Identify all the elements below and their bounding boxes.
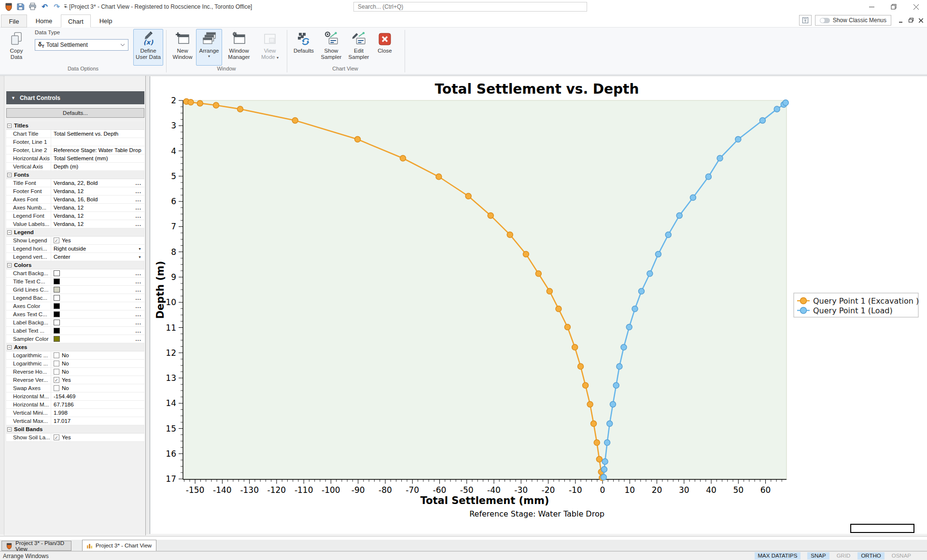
property-row-vertical-mini[interactable]: Vertical Mini...1.998 [6,409,144,417]
property-row-horizontal-axis[interactable]: Horizontal AxisTotal Settlement (mm) [6,154,144,163]
property-row-axes-text-c[interactable]: Axes Text C...... [6,310,144,319]
collapse-icon[interactable]: − [7,173,12,177]
color-swatch[interactable] [54,287,60,293]
collapse-icon[interactable]: − [7,263,12,267]
chart-canvas[interactable]: -150-140-130-120-110-100-90-80-70-60-50-… [150,76,921,532]
print-icon[interactable] [28,2,37,11]
color-swatch[interactable] [54,320,60,325]
status-toggle-max-datatips[interactable]: MAX DATATIPS [755,552,801,560]
property-row-axes-font[interactable]: Axes FontVerdana, 16, Bold... [6,196,144,204]
property-row-label-backg[interactable]: Label Backg...... [6,319,144,327]
section-header-colors[interactable]: −Colors [6,261,144,269]
close-chart-button[interactable]: Close [374,29,396,66]
search-input[interactable] [353,2,587,12]
dropdown-arrow-icon[interactable]: ▼ [138,247,141,251]
section-header-soil-bands[interactable]: −Soil Bands [6,425,144,434]
property-row-vertical-axis[interactable]: Vertical AxisDepth (m) [6,163,144,171]
collapse-icon[interactable]: − [7,124,12,128]
collapse-icon[interactable]: − [7,230,12,235]
ellipsis-button[interactable]: ... [135,311,141,317]
property-row-title-font[interactable]: Title FontVerdana, 22, Bold... [6,179,144,187]
property-row-horizontal-m[interactable]: Horizontal M...-154.469 [6,392,144,401]
tab-chart[interactable]: Chart [61,14,91,28]
status-toggle-ortho[interactable]: ORTHO [857,552,884,560]
property-row-logarithmic[interactable]: Logarithmic ...No [6,351,144,360]
checkbox[interactable]: ✓ [54,434,59,440]
property-row-reverse-ho[interactable]: Reverse Ho...No [6,368,144,376]
mdi-minimize-button[interactable] [897,16,905,25]
arrange-button[interactable]: Arrange ▾ [196,29,222,66]
color-swatch[interactable] [54,328,60,334]
copy-data-button[interactable]: Copy Data [4,29,29,66]
property-row-logarithmic[interactable]: Logarithmic ...No [6,360,144,368]
status-toggle-snap[interactable]: SNAP [807,552,829,560]
section-header-axes[interactable]: −Axes [6,343,144,351]
data-type-select[interactable]: δT Total Settlement [35,39,128,51]
property-row-footer-font[interactable]: Footer FontVerdana, 12... [6,187,144,196]
section-header-fonts[interactable]: −Fonts [6,171,144,179]
color-swatch[interactable] [54,303,60,309]
property-row-reverse-ver[interactable]: Reverse Ver...✓Yes [6,376,144,384]
ellipsis-button[interactable]: ... [135,180,141,186]
chart-legend[interactable]: Query Point 1 (Excavation )Query Point 1… [794,293,919,317]
property-row-vertical-max[interactable]: Vertical Max...17.017 [6,417,144,425]
panel-defaults-button[interactable]: Defaults... [6,108,144,118]
define-user-data-button[interactable]: (x) Define User Data [133,29,163,66]
property-row-axes-color[interactable]: Axes Color... [6,302,144,310]
save-icon[interactable] [16,2,25,11]
property-row-horizontal-m[interactable]: Horizontal M...67.7186 [6,401,144,409]
property-row-grid-lines-c[interactable]: Grid Lines C...... [6,286,144,294]
defaults-button[interactable]: Defaults [291,29,317,66]
tab-plan-3d-view[interactable]: Project 3* - Plan/3D View [1,541,71,551]
mdi-close-button[interactable] [917,16,925,25]
checkbox[interactable] [54,385,59,391]
window-manager-button[interactable]: Window Manager [224,29,254,66]
tab-help[interactable]: Help [93,14,119,28]
property-row-axes-numb[interactable]: Axes Numb...Verdana, 12... [6,204,144,212]
property-row-legend-bac[interactable]: Legend Bac...... [6,294,144,302]
checkbox[interactable]: ✓ [54,377,59,383]
undo-icon[interactable]: ↶ [40,2,49,11]
property-row-chart-backg[interactable]: Chart Backg...... [6,269,144,278]
edit-sampler-button[interactable]: Edit Sampler [346,29,372,66]
ellipsis-button[interactable]: ... [135,295,141,301]
checkbox[interactable]: ✓ [54,238,59,243]
color-swatch[interactable] [54,311,60,317]
collapse-icon[interactable]: − [7,345,12,350]
section-header-titles[interactable]: −Titles [6,122,144,130]
ellipsis-button[interactable]: ... [135,328,141,334]
color-swatch[interactable] [54,270,60,276]
property-row-show-soil-la[interactable]: Show Soil La...✓Yes [6,434,144,442]
property-row-legend-font[interactable]: Legend FontVerdana, 12... [6,212,144,220]
ellipsis-button[interactable]: ... [135,287,141,293]
property-row-value-labels[interactable]: Value Labels...Verdana, 12... [6,220,144,228]
ellipsis-button[interactable]: ... [135,270,141,276]
color-swatch[interactable] [54,279,60,284]
minimize-button[interactable] [860,0,883,14]
view-mode-button[interactable]: View Mode ▾ [256,29,284,66]
status-toggle-grid[interactable]: GRID [833,552,854,560]
property-row-label-text[interactable]: Label Text ...... [6,327,144,335]
color-swatch[interactable] [54,295,60,301]
dropdown-arrow-icon[interactable]: ▼ [138,255,141,259]
ellipsis-button[interactable]: ... [135,188,141,194]
collapse-icon[interactable]: − [7,427,12,432]
redo-icon[interactable]: ↷ [52,2,61,11]
chart-view-window[interactable]: -150-140-130-120-110-100-90-80-70-60-50-… [150,76,927,534]
ellipsis-button[interactable]: ... [135,196,141,202]
property-row-show-legend[interactable]: Show Legend✓Yes [6,237,144,245]
plot-area[interactable] [183,100,787,479]
tab-chart-view[interactable]: Project 3* - Chart View [82,540,156,551]
ellipsis-button[interactable]: ... [135,303,141,309]
ellipsis-button[interactable]: ... [135,221,141,227]
property-row-title-text-c[interactable]: Title Text C...... [6,278,144,286]
ellipsis-button[interactable]: ... [135,336,141,342]
property-row-footer-line-1[interactable]: Footer, Line 1 [6,138,144,146]
show-classic-menus-toggle[interactable]: Show Classic Menus [815,15,891,26]
show-sampler-button[interactable]: Show Sampler [319,29,344,66]
property-row-swap-axes[interactable]: Swap AxesNo [6,384,144,392]
property-row-footer-line-2[interactable]: Footer, Line 2Reference Stage: Water Tab… [6,146,144,154]
status-toggle-osnap[interactable]: OSNAP [888,552,914,560]
tab-file[interactable]: File [1,14,27,28]
tab-home[interactable]: Home [29,14,59,28]
